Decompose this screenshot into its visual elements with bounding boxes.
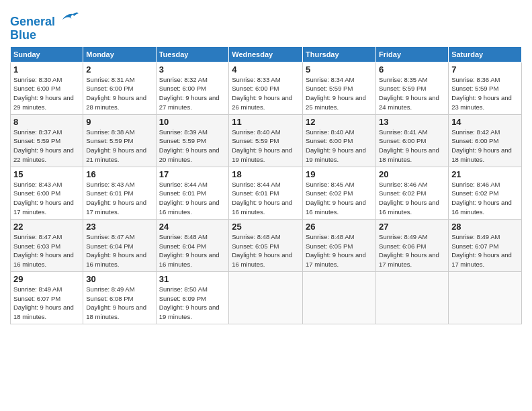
day-info: Sunrise: 8:49 AMSunset: 6:08 PMDaylight:…	[86, 285, 152, 322]
day-info: Sunrise: 8:34 AMSunset: 5:59 PMDaylight:…	[306, 75, 373, 112]
header: General Blue	[10, 7, 522, 42]
day-info: Sunrise: 8:41 AMSunset: 6:00 PMDaylight:…	[379, 128, 445, 165]
calendar-row: 8 Sunrise: 8:37 AMSunset: 5:59 PMDayligh…	[11, 114, 522, 167]
day-header-thursday: Thursday	[303, 46, 376, 62]
day-info: Sunrise: 8:43 AMSunset: 6:01 PMDaylight:…	[86, 180, 152, 217]
day-header-saturday: Saturday	[449, 46, 522, 62]
calendar-cell: 8 Sunrise: 8:37 AMSunset: 5:59 PMDayligh…	[11, 114, 83, 167]
calendar-cell: 21 Sunrise: 8:46 AMSunset: 6:02 PMDaylig…	[449, 167, 522, 219]
day-number: 2	[86, 64, 152, 75]
day-number: 10	[159, 117, 226, 127]
day-number: 4	[232, 64, 300, 75]
calendar-cell: 2 Sunrise: 8:31 AMSunset: 6:00 PMDayligh…	[83, 62, 156, 114]
day-number: 1	[13, 64, 80, 75]
calendar-cell: 11 Sunrise: 8:40 AMSunset: 5:59 PMDaylig…	[229, 114, 303, 167]
calendar-cell: 31 Sunrise: 8:50 AMSunset: 6:09 PMDaylig…	[156, 271, 229, 324]
day-info: Sunrise: 8:48 AMSunset: 6:04 PMDaylight:…	[159, 232, 226, 269]
calendar-page: General Blue SundayMondayTuesdayWednesda…	[0, 0, 532, 411]
calendar-cell: 10 Sunrise: 8:39 AMSunset: 5:59 PMDaylig…	[156, 114, 229, 167]
calendar-cell: 26 Sunrise: 8:48 AMSunset: 6:05 PMDaylig…	[303, 219, 376, 271]
day-info: Sunrise: 8:46 AMSunset: 6:02 PMDaylight:…	[451, 180, 519, 217]
calendar-cell: 30 Sunrise: 8:49 AMSunset: 6:08 PMDaylig…	[83, 271, 156, 324]
calendar-cell: 13 Sunrise: 8:41 AMSunset: 6:00 PMDaylig…	[376, 114, 449, 167]
day-info: Sunrise: 8:49 AMSunset: 6:07 PMDaylight:…	[13, 285, 80, 322]
day-number: 6	[379, 64, 445, 75]
day-header-wednesday: Wednesday	[229, 46, 303, 62]
calendar-cell	[449, 271, 522, 324]
calendar-cell: 25 Sunrise: 8:48 AMSunset: 6:05 PMDaylig…	[229, 219, 303, 271]
day-info: Sunrise: 8:47 AMSunset: 6:04 PMDaylight:…	[86, 232, 152, 269]
day-number: 26	[306, 222, 373, 232]
day-info: Sunrise: 8:49 AMSunset: 6:07 PMDaylight:…	[451, 232, 519, 269]
calendar-cell: 14 Sunrise: 8:42 AMSunset: 6:00 PMDaylig…	[449, 114, 522, 167]
day-info: Sunrise: 8:33 AMSunset: 6:00 PMDaylight:…	[232, 75, 300, 112]
day-number: 5	[306, 64, 373, 75]
calendar-cell: 16 Sunrise: 8:43 AMSunset: 6:01 PMDaylig…	[83, 167, 156, 219]
calendar-cell: 23 Sunrise: 8:47 AMSunset: 6:04 PMDaylig…	[83, 219, 156, 271]
day-number: 23	[86, 222, 152, 232]
day-number: 15	[13, 169, 80, 179]
day-info: Sunrise: 8:30 AMSunset: 6:00 PMDaylight:…	[13, 75, 80, 112]
calendar-cell: 20 Sunrise: 8:46 AMSunset: 6:02 PMDaylig…	[376, 167, 449, 219]
calendar-cell: 4 Sunrise: 8:33 AMSunset: 6:00 PMDayligh…	[229, 62, 303, 114]
day-info: Sunrise: 8:44 AMSunset: 6:01 PMDaylight:…	[232, 180, 300, 217]
day-info: Sunrise: 8:36 AMSunset: 5:59 PMDaylight:…	[451, 75, 519, 112]
calendar-row: 15 Sunrise: 8:43 AMSunset: 6:00 PMDaylig…	[11, 167, 522, 219]
logo-bird-icon	[60, 9, 79, 26]
day-number: 30	[86, 274, 152, 284]
calendar-row: 22 Sunrise: 8:47 AMSunset: 6:03 PMDaylig…	[11, 219, 522, 271]
calendar-header-row: SundayMondayTuesdayWednesdayThursdayFrid…	[11, 46, 522, 62]
day-info: Sunrise: 8:49 AMSunset: 6:06 PMDaylight:…	[379, 232, 445, 269]
day-number: 24	[159, 222, 226, 232]
calendar-cell	[229, 271, 303, 324]
day-info: Sunrise: 8:44 AMSunset: 6:01 PMDaylight:…	[159, 180, 226, 217]
day-header-friday: Friday	[376, 46, 449, 62]
day-number: 11	[232, 117, 300, 127]
logo: General Blue	[10, 9, 79, 42]
day-number: 12	[306, 117, 373, 127]
day-info: Sunrise: 8:38 AMSunset: 5:59 PMDaylight:…	[86, 128, 152, 165]
day-header-monday: Monday	[83, 46, 156, 62]
day-number: 20	[379, 169, 445, 179]
day-info: Sunrise: 8:47 AMSunset: 6:03 PMDaylight:…	[13, 232, 80, 269]
day-info: Sunrise: 8:31 AMSunset: 6:00 PMDaylight:…	[86, 75, 152, 112]
day-number: 13	[379, 117, 445, 127]
day-number: 22	[13, 222, 80, 232]
day-info: Sunrise: 8:48 AMSunset: 6:05 PMDaylight:…	[232, 232, 300, 269]
calendar-row: 29 Sunrise: 8:49 AMSunset: 6:07 PMDaylig…	[11, 271, 522, 324]
calendar-cell: 27 Sunrise: 8:49 AMSunset: 6:06 PMDaylig…	[376, 219, 449, 271]
logo-text: General	[10, 9, 79, 29]
day-info: Sunrise: 8:43 AMSunset: 6:00 PMDaylight:…	[13, 180, 80, 217]
calendar-cell: 19 Sunrise: 8:45 AMSunset: 6:02 PMDaylig…	[303, 167, 376, 219]
day-number: 7	[451, 64, 519, 75]
day-info: Sunrise: 8:45 AMSunset: 6:02 PMDaylight:…	[306, 180, 373, 217]
day-number: 21	[451, 169, 519, 179]
day-info: Sunrise: 8:35 AMSunset: 5:59 PMDaylight:…	[379, 75, 445, 112]
day-number: 19	[306, 169, 373, 179]
day-number: 8	[13, 117, 80, 127]
day-number: 3	[159, 64, 226, 75]
day-number: 27	[379, 222, 445, 232]
calendar-cell: 12 Sunrise: 8:40 AMSunset: 6:00 PMDaylig…	[303, 114, 376, 167]
day-info: Sunrise: 8:42 AMSunset: 6:00 PMDaylight:…	[451, 128, 519, 165]
calendar-cell: 7 Sunrise: 8:36 AMSunset: 5:59 PMDayligh…	[449, 62, 522, 114]
day-info: Sunrise: 8:32 AMSunset: 6:00 PMDaylight:…	[159, 75, 226, 112]
calendar-row: 1 Sunrise: 8:30 AMSunset: 6:00 PMDayligh…	[11, 62, 522, 114]
day-number: 17	[159, 169, 226, 179]
calendar-cell	[376, 271, 449, 324]
calendar-table: SundayMondayTuesdayWednesdayThursdayFrid…	[10, 46, 522, 324]
day-header-sunday: Sunday	[11, 46, 83, 62]
logo-blue-text: Blue	[10, 29, 79, 42]
calendar-cell: 5 Sunrise: 8:34 AMSunset: 5:59 PMDayligh…	[303, 62, 376, 114]
day-number: 14	[451, 117, 519, 127]
day-number: 9	[86, 117, 152, 127]
calendar-cell: 18 Sunrise: 8:44 AMSunset: 6:01 PMDaylig…	[229, 167, 303, 219]
day-header-tuesday: Tuesday	[156, 46, 229, 62]
calendar-cell: 17 Sunrise: 8:44 AMSunset: 6:01 PMDaylig…	[156, 167, 229, 219]
day-info: Sunrise: 8:40 AMSunset: 5:59 PMDaylight:…	[232, 128, 300, 165]
day-number: 18	[232, 169, 300, 179]
calendar-cell: 3 Sunrise: 8:32 AMSunset: 6:00 PMDayligh…	[156, 62, 229, 114]
day-number: 29	[13, 274, 80, 284]
calendar-cell: 1 Sunrise: 8:30 AMSunset: 6:00 PMDayligh…	[11, 62, 83, 114]
day-info: Sunrise: 8:40 AMSunset: 6:00 PMDaylight:…	[306, 128, 373, 165]
